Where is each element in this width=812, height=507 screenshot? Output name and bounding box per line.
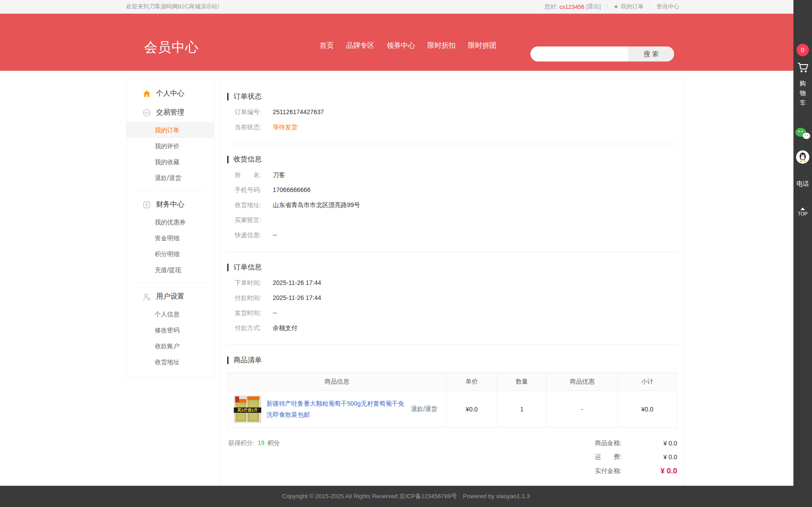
sidebar-group-label: 用户设置 <box>156 292 184 301</box>
receiver-name-value: 刀客 <box>273 170 285 179</box>
express-info-row: 快递信息: -- <box>227 230 677 239</box>
field-label: 付款方式: <box>235 323 273 332</box>
topbar-news-link[interactable]: 资讯中心 <box>656 3 679 11</box>
address-row: 收货地址: 山东省青岛市市北区漂亮路99号 <box>227 200 677 209</box>
order-number-row: 订单编号: 251126174427637 <box>227 108 677 116</box>
pay-time-row: 付款时间: 2025-11-26 17:44 <box>227 293 677 302</box>
section-title-text: 订单状态 <box>233 92 262 101</box>
order-time-value: 2025-11-26 17:44 <box>273 278 321 287</box>
divider <box>133 190 207 191</box>
sidebar-item-points-detail[interactable]: 积分明细 <box>126 246 214 262</box>
topbar-right: 您好: cs123456 [退出] ★ 我的订单 资讯中心 <box>545 3 679 11</box>
cart-icon[interactable] <box>796 60 810 76</box>
footer: Copyright © 2015-2025 All Rights Reserve… <box>0 486 812 507</box>
total-label: 商品金额: <box>595 439 621 447</box>
field-label: 收货地址: <box>235 200 273 209</box>
content: 个人中心 交易管理 我的订单 我的评价 我的收藏 退款/退货 ¥ 财务中心 我的… <box>126 78 685 496</box>
ship-time-value: -- <box>273 308 277 317</box>
quantity-cell: 1 <box>497 391 547 428</box>
sidebar-item-my-coupons[interactable]: 我的优惠券 <box>126 214 214 230</box>
order-status-row: 当前状态: 等待发货 <box>227 123 677 131</box>
sidebar-item-shipping-address[interactable]: 收货地址 <box>126 354 214 370</box>
field-label: 当前状态: <box>235 123 273 131</box>
title-bar-icon <box>227 357 229 364</box>
pay-method-row: 付款方式: 余额支付 <box>227 323 677 332</box>
receiver-name-row: 姓 名: 刀客 <box>227 170 677 179</box>
sidebar-item-my-orders[interactable]: 我的订单 <box>126 122 214 138</box>
product-cell: 买2斤送1斤 新疆特产吐鲁番大颗粒葡萄干500g无籽黄萄葡干免洗即食散装包邮 退… <box>234 396 441 423</box>
product-image[interactable]: 买2斤送1斤 <box>234 396 261 423</box>
finance-icon: ¥ <box>142 200 151 209</box>
logout-link[interactable]: [退出] <box>586 3 601 11</box>
nav-coupon-center[interactable]: 领券中心 <box>387 41 415 50</box>
up-arrow-icon <box>801 207 805 210</box>
back-to-top-button[interactable]: TOP <box>798 207 808 216</box>
user-gear-icon <box>142 292 151 301</box>
copyright-text: Copyright © 2015-2025 All Rights Reserve… <box>282 492 530 500</box>
shipping-fee-value: ¥ 0.0 <box>621 453 677 461</box>
divider <box>650 4 650 9</box>
page-title: 会员中心 <box>144 38 199 57</box>
order-number-value: 251126174427637 <box>273 108 324 116</box>
search-button[interactable]: 搜 索 <box>628 46 674 61</box>
search-box: 搜 索 <box>530 46 674 61</box>
sidebar-item-change-password[interactable]: 修改密码 <box>126 322 214 338</box>
title-bar-icon <box>227 264 229 271</box>
ship-time-row: 发货时间: -- <box>227 308 677 317</box>
sidebar-group-user-settings[interactable]: 用户设置 <box>126 287 214 306</box>
refund-return-link[interactable]: 退款/退货 <box>411 405 441 413</box>
sidebar-item-recharge-withdraw[interactable]: 充值/提现 <box>126 262 214 278</box>
topbar-my-orders-link[interactable]: 我的订单 <box>621 3 644 11</box>
pay-time-value: 2025-11-26 17:44 <box>273 293 321 302</box>
divider <box>607 4 607 9</box>
title-bar-icon <box>227 156 229 163</box>
section-title-text: 商品清单 <box>233 356 262 365</box>
image-badge-text: 买2斤送1斤 <box>234 407 261 413</box>
cart-count-badge: 0 <box>797 44 809 56</box>
total-label: 实付金额: <box>595 467 621 475</box>
divider <box>133 282 207 283</box>
welcome-text: 欢迎来到刀客源码网B2C商城演示站! <box>126 3 219 11</box>
sidebar-item-payee-account[interactable]: 收款账户 <box>126 338 214 354</box>
buyer-message-row: 买家留言: <box>227 215 677 224</box>
field-label: 订单编号: <box>235 108 273 116</box>
cart-label[interactable]: 购物车 <box>800 78 806 108</box>
status-badge: 等待发货 <box>273 123 297 131</box>
search-input[interactable] <box>530 46 628 61</box>
field-label: 买家留言: <box>235 215 273 224</box>
address-value: 山东省青岛市市北区漂亮路99号 <box>273 200 360 209</box>
discount-cell: - <box>547 391 618 428</box>
phone-value: 17066666666 <box>273 185 311 194</box>
order-summary: 获得积分: 19 积分 商品金额: ¥ 0.0 运 费: ¥ 0.0 实付金额: <box>227 439 677 481</box>
sidebar-group-finance[interactable]: ¥ 财务中心 <box>126 195 214 214</box>
svg-text:¥: ¥ <box>145 202 148 207</box>
goods-amount-row: 商品金额: ¥ 0.0 <box>595 439 677 447</box>
nav-brand-zone[interactable]: 品牌专区 <box>346 41 374 50</box>
section-goods-list: 商品清单 商品信息 单价 数量 商品优惠 小计 <box>227 345 677 485</box>
order-time-row: 下单时间: 2025-11-26 17:44 <box>227 278 677 287</box>
section-title-text: 订单信息 <box>233 263 262 272</box>
section-title: 收货信息 <box>227 155 677 164</box>
qq-icon[interactable] <box>796 150 809 165</box>
nav-home[interactable]: 首页 <box>320 41 334 50</box>
sidebar-item-refund-return[interactable]: 退款/退货 <box>126 170 214 186</box>
sidebar-group-personal-center[interactable]: 个人中心 <box>126 84 214 103</box>
topbar: 欢迎来到刀客源码网B2C商城演示站! 您好: cs123456 [退出] ★ 我… <box>0 0 812 14</box>
sidebar-group-trade[interactable]: 交易管理 <box>126 103 214 122</box>
col-product-info: 商品信息 <box>228 373 446 391</box>
col-subtotal: 小计 <box>618 373 677 391</box>
phone-label[interactable]: 电话 <box>797 180 809 188</box>
nav-flash-discount[interactable]: 限时折扣 <box>427 41 456 50</box>
sidebar-item-my-reviews[interactable]: 我的评价 <box>126 138 214 154</box>
wechat-icon[interactable] <box>795 127 811 142</box>
nav-group-buy[interactable]: 限时拼团 <box>468 41 496 50</box>
points-label: 获得积分: <box>228 439 255 446</box>
section-order-status: 订单状态 订单编号: 251126174427637 当前状态: 等待发货 <box>227 81 677 144</box>
sidebar-item-fund-detail[interactable]: 资金明细 <box>126 230 214 246</box>
unit-price-cell: ¥0.0 <box>446 391 497 428</box>
sidebar-item-personal-info[interactable]: 个人信息 <box>126 306 214 322</box>
sidebar-item-my-favorites[interactable]: 我的收藏 <box>126 154 214 170</box>
section-shipping-info: 收货信息 姓 名: 刀客 手机号码: 17066666666 收货地址: 山东省… <box>227 144 677 252</box>
points-value: 19 <box>258 439 265 446</box>
product-title-link[interactable]: 新疆特产吐鲁番大颗粒葡萄干500g无籽黄萄葡干免洗即食散装包邮 <box>267 398 408 420</box>
